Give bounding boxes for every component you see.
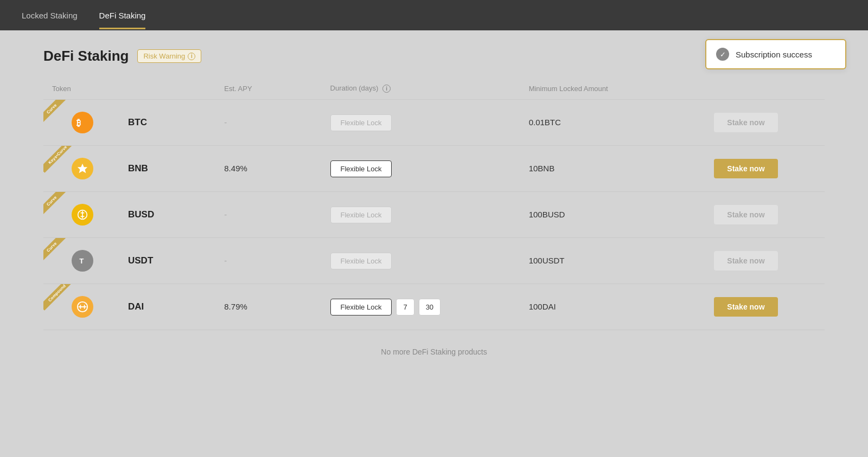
table-row-busd: CurveBUSD-Flexible Lock100BUSDStake now [43, 192, 825, 238]
min-amount-cell-bnb: 10BNB [520, 146, 706, 192]
token-cell-usdt: CurveTUSDT [43, 238, 215, 284]
corner-badge-bnb: Keys•Curve [43, 146, 75, 177]
table-header-row: Token Est. APY Duration (days) i Minimum… [43, 80, 825, 100]
corner-badge-busd: Curve [43, 192, 75, 223]
duration-cell-bnb: Flexible Lock [322, 146, 520, 192]
flexible-lock-btn-busd[interactable]: Flexible Lock [330, 207, 392, 223]
min-amount-cell-btc: 0.01BTC [520, 100, 706, 146]
stake-button-busd: Stake now [714, 205, 777, 224]
token-name-busd: BUSD [128, 209, 154, 220]
stake-button-dai[interactable]: Stake now [714, 297, 777, 317]
col-header-token: Token [43, 80, 215, 100]
duration-number-btn-dai-30[interactable]: 30 [419, 299, 441, 316]
token-name-usdt: USDT [128, 255, 153, 266]
risk-warning-info-icon: i [188, 53, 195, 60]
col-header-min: Minimum Locked Amount [520, 80, 706, 100]
min-amount-cell-busd: 100BUSD [520, 192, 706, 238]
apy-cell-busd: - [215, 192, 321, 238]
duration-info-icon: i [382, 85, 391, 93]
flexible-lock-btn-usdt[interactable]: Flexible Lock [330, 253, 392, 269]
token-icon-dai [72, 296, 93, 318]
subscription-toast: ✓ Subscription success [705, 39, 846, 69]
token-icon-btc: ₿ [72, 112, 93, 133]
svg-text:T: T [79, 257, 84, 265]
duration-cell-dai: Flexible Lock730 [322, 284, 520, 330]
token-name-btc: BTC [128, 117, 147, 128]
token-name-bnb: BNB [128, 163, 148, 174]
risk-warning-label: Risk Warning [143, 52, 185, 60]
stake-cell-btc: Stake now [705, 100, 825, 146]
duration-cell-busd: Flexible Lock [322, 192, 520, 238]
corner-badge-btc: Curve [43, 100, 75, 131]
flexible-lock-btn-btc[interactable]: Flexible Lock [330, 114, 392, 131]
token-icon-usdt: T [72, 250, 93, 272]
tab-locked-staking[interactable]: Locked Staking [22, 1, 78, 29]
table-row-dai: CompoundDAI8.79%Flexible Lock730100DAISt… [43, 284, 825, 330]
stake-button-usdt: Stake now [714, 251, 777, 271]
svg-marker-1 [78, 164, 87, 173]
apy-cell-usdt: - [215, 238, 321, 284]
token-name-dai: DAI [128, 301, 144, 312]
duration-cell-btc: Flexible Lock [322, 100, 520, 146]
apy-cell-bnb: 8.49% [215, 146, 321, 192]
min-amount-cell-usdt: 100USDT [520, 238, 706, 284]
duration-cell-usdt: Flexible Lock [322, 238, 520, 284]
stake-cell-busd: Stake now [705, 192, 825, 238]
stake-button-bnb[interactable]: Stake now [714, 159, 777, 178]
token-cell-btc: Curve₿BTC [43, 100, 215, 146]
col-header-action [705, 80, 825, 100]
token-icon-bnb [72, 158, 93, 179]
flexible-lock-btn-bnb[interactable]: Flexible Lock [330, 160, 392, 177]
token-cell-bnb: Keys•CurveBNB [43, 146, 215, 192]
flexible-lock-btn-dai[interactable]: Flexible Lock [330, 299, 392, 316]
col-header-apy: Est. APY [215, 80, 321, 100]
corner-badge-usdt: Curve [43, 238, 75, 269]
apy-cell-btc: - [215, 100, 321, 146]
table-row-usdt: CurveTUSDT-Flexible Lock100USDTStake now [43, 238, 825, 284]
token-cell-busd: CurveBUSD [43, 192, 215, 238]
stake-button-btc: Stake now [714, 113, 777, 132]
risk-warning-button[interactable]: Risk Warning i [137, 49, 201, 63]
top-navigation: Locked Staking DeFi Staking [0, 0, 868, 30]
page-title: DeFi Staking [43, 48, 129, 65]
token-icon-busd [72, 204, 93, 226]
table-row-bnb: Keys•CurveBNB8.49%Flexible Lock10BNBStak… [43, 146, 825, 192]
token-cell-dai: CompoundDAI [43, 284, 215, 330]
table-row-btc: Curve₿BTC-Flexible Lock0.01BTCStake now [43, 100, 825, 146]
svg-text:₿: ₿ [76, 118, 81, 127]
stake-cell-dai: Stake now [705, 284, 825, 330]
corner-badge-dai: Compound [43, 284, 75, 316]
stake-cell-bnb: Stake now [705, 146, 825, 192]
duration-number-btn-dai-7[interactable]: 7 [396, 299, 414, 316]
apy-cell-dai: 8.79% [215, 284, 321, 330]
toast-check-icon: ✓ [716, 48, 729, 61]
col-header-duration: Duration (days) i [322, 80, 520, 100]
staking-table: Token Est. APY Duration (days) i Minimum… [43, 80, 825, 330]
tab-defi-staking[interactable]: DeFi Staking [99, 1, 146, 29]
main-content: ✓ Subscription success DeFi Staking Risk… [0, 30, 868, 382]
stake-cell-usdt: Stake now [705, 238, 825, 284]
min-amount-cell-dai: 100DAI [520, 284, 706, 330]
no-more-products: No more DeFi Staking products [43, 330, 825, 365]
toast-message: Subscription success [736, 50, 812, 59]
